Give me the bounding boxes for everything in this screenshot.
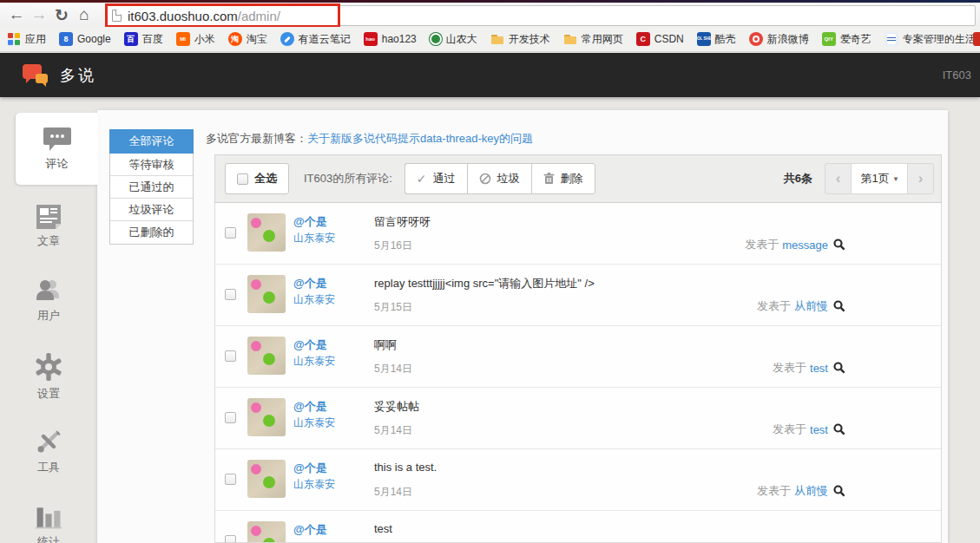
thread-link[interactable]: 从前慢 [794, 298, 828, 314]
folder-icon [563, 32, 577, 46]
csdn-icon: C [636, 32, 650, 46]
sdau-icon [430, 33, 442, 45]
thread-link[interactable]: test [810, 362, 828, 375]
prev-page-button[interactable]: ‹ [825, 164, 851, 193]
author-location[interactable]: 山东泰安 [293, 354, 335, 369]
forward-icon[interactable]: → [28, 5, 50, 24]
posted-on: 发表于 从前慢 [757, 298, 845, 314]
magnifier-icon[interactable] [833, 485, 845, 497]
thread-link[interactable]: 从前慢 [794, 483, 828, 499]
partial-bookmark-icon[interactable] [973, 32, 980, 46]
row-checkbox[interactable] [225, 535, 236, 543]
author-link[interactable]: @个是 [293, 337, 327, 353]
comment-text: test [374, 522, 392, 535]
bookmark-xiaomi[interactable]: MI 小米 [176, 32, 215, 47]
comment-date: 5月14日 [374, 485, 412, 500]
check-icon: ✓ [417, 172, 427, 186]
bookmark-dev-folder[interactable]: 开发技术 [490, 32, 550, 47]
select-all-button[interactable]: 全选 [225, 163, 289, 194]
row-checkbox[interactable] [225, 227, 236, 239]
comment-text: replay testttjjjjj<img src="请输入图片地址" /> [374, 276, 595, 291]
magnifier-icon[interactable] [833, 423, 845, 435]
bookmark-youdao[interactable]: 有道云笔记 [280, 32, 351, 47]
comment-text: 妥妥帖帖 [374, 399, 419, 415]
magnifier-icon[interactable] [833, 362, 845, 374]
bookmark-hao123[interactable]: hao hao123 [364, 32, 417, 46]
approve-button[interactable]: ✓ 通过 [404, 163, 467, 194]
magnifier-icon[interactable] [833, 300, 845, 312]
posted-on: 发表于 test [773, 360, 845, 376]
menu-item-deleted[interactable]: 已删除的 [110, 221, 193, 244]
menu-item-all-comments[interactable]: 全部评论 [109, 129, 194, 154]
brand-name[interactable]: 多说 [60, 65, 96, 86]
author-location[interactable]: 山东泰安 [293, 477, 335, 492]
scope-label: IT603的所有评论: [304, 171, 392, 186]
row-checkbox[interactable] [225, 289, 236, 300]
posted-on: 发表于 从前慢 [757, 483, 845, 499]
back-icon[interactable]: ← [5, 5, 28, 24]
site-header: 多说 IT603 [0, 53, 980, 97]
site-name[interactable]: IT603 [943, 53, 971, 97]
comment-row: @个是 山东泰安 妥妥帖帖 5月14日 发表于 test [215, 388, 941, 449]
app-window: ← → ↻ ⌂ it603.duoshuo.com/admin/ 应用 8 Go… [0, 0, 980, 543]
total-count: 共6条 [784, 171, 812, 186]
avatar [247, 460, 286, 498]
menu-item-spam[interactable]: 垃圾评论 [110, 199, 193, 221]
row-checkbox[interactable] [225, 412, 236, 423]
weibo-icon [749, 32, 763, 46]
sidebar-item-stats[interactable]: 统计 [0, 504, 97, 543]
users-icon [33, 278, 64, 304]
author-link[interactable]: @个是 [293, 399, 327, 415]
avatar [247, 521, 286, 543]
refresh-icon[interactable]: ↻ [50, 5, 73, 25]
posted-on: 发表于 message [745, 237, 845, 252]
sidebar-item-tools[interactable]: 工具 [0, 428, 97, 475]
youdao-icon [280, 32, 294, 46]
bookmark-common-folder[interactable]: 常用网页 [563, 32, 623, 47]
sidebar-item-users[interactable]: 用户 [0, 278, 97, 324]
avatar [247, 398, 286, 436]
menu-item-approved[interactable]: 已通过的 [110, 176, 193, 199]
thread-link[interactable]: message [782, 239, 828, 252]
thread-link[interactable]: test [810, 423, 828, 436]
author-location[interactable]: 山东泰安 [293, 231, 335, 245]
author-link[interactable]: @个是 [293, 214, 327, 230]
address-bar[interactable]: it603.duoshuo.com/admin/ [106, 5, 976, 26]
home-icon[interactable]: ⌂ [73, 5, 95, 24]
bookmark-weibo[interactable]: 新浪微博 [749, 32, 809, 47]
bookmark-baidu[interactable]: 百 百度 [124, 32, 163, 47]
bookmark-google[interactable]: 8 Google [59, 32, 111, 46]
author-location[interactable]: 山东泰安 [293, 292, 335, 307]
bookmark-sdau[interactable]: 山农大 [430, 32, 477, 47]
sidebar-item-settings[interactable]: 设置 [0, 352, 97, 402]
bookmark-apps[interactable]: 应用 [7, 32, 46, 47]
menu-item-pending[interactable]: 等待审核 [110, 154, 193, 176]
comment-date: 5月14日 [374, 362, 412, 376]
page-select[interactable]: 第1页 ▾ [851, 164, 908, 193]
bookmark-iqiyi[interactable]: QIY 爱奇艺 [822, 32, 871, 47]
row-checkbox[interactable] [225, 474, 236, 485]
url-text[interactable]: it603.duoshuo.com/admin/ [128, 9, 280, 23]
sidebar-item-comments[interactable]: 评论 [16, 113, 98, 185]
author-link[interactable]: @个是 [293, 276, 327, 291]
action-button-group: ✓ 通过 垃圾 删除 [404, 163, 595, 194]
row-checkbox[interactable] [225, 350, 236, 362]
newspaper-icon [33, 203, 64, 229]
comment-bubble-icon [42, 126, 73, 152]
duoshuo-logo-icon[interactable] [23, 62, 52, 88]
magnifier-icon[interactable] [833, 239, 845, 251]
author-link[interactable]: @个是 [293, 461, 327, 476]
bookmark-taobao[interactable]: 淘 淘宝 [228, 32, 267, 47]
author-location[interactable]: 山东泰安 [293, 415, 335, 430]
sidebar-item-articles[interactable]: 文章 [0, 203, 97, 249]
spam-button[interactable]: 垃圾 [467, 163, 531, 194]
bookmark-pm-blog[interactable]: 专案管理的生活思维 [885, 32, 980, 47]
author-link[interactable]: @个是 [293, 522, 327, 538]
bookmark-coolshell[interactable]: COOL SHELL 酷壳 [697, 32, 736, 47]
next-page-button[interactable]: › [908, 164, 933, 193]
comment-row: @个是 山东泰安 this is a test. 5月14日 发表于 从前慢 [215, 449, 941, 511]
delete-button[interactable]: 删除 [531, 163, 595, 194]
bookmark-csdn[interactable]: C CSDN [636, 32, 684, 46]
select-all-checkbox[interactable] [237, 173, 248, 185]
announcement-link[interactable]: 关于新版多说代码提示data-thread-key的问题 [307, 132, 533, 145]
